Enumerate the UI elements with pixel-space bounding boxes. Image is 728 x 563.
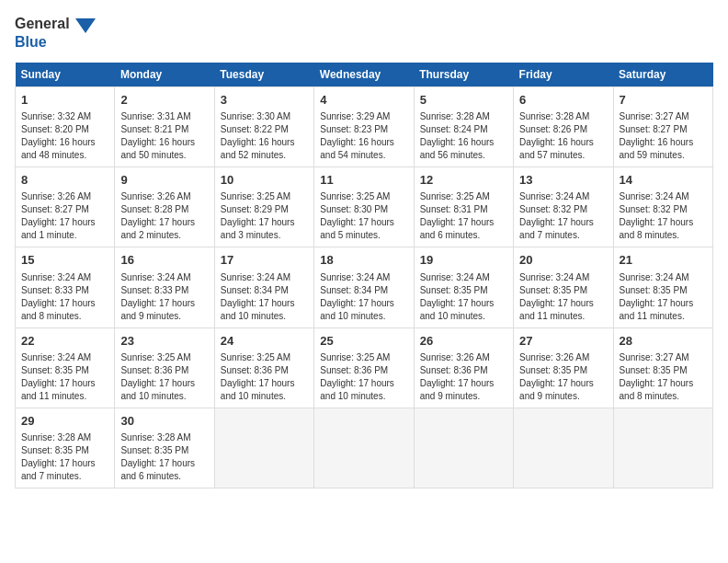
calendar-cell: 25Sunrise: 3:25 AMSunset: 8:36 PMDayligh… [314,327,414,408]
day-info: Sunrise: 3:24 AMSunset: 8:35 PMDaylight:… [21,351,108,403]
day-number: 9 [120,172,208,189]
weekday-header-wednesday: Wednesday [314,63,414,87]
day-number: 13 [519,172,607,189]
calendar-week-row: 29Sunrise: 3:28 AMSunset: 8:35 PMDayligh… [16,408,713,488]
day-number: 1 [21,92,108,109]
day-info: Sunrise: 3:26 AMSunset: 8:28 PMDaylight:… [120,190,208,242]
day-number: 2 [120,92,208,109]
calendar-cell: 3Sunrise: 3:30 AMSunset: 8:22 PMDaylight… [214,87,313,167]
day-info: Sunrise: 3:24 AMSunset: 8:34 PMDaylight:… [320,271,407,323]
day-number: 18 [320,252,407,269]
weekday-header-monday: Monday [115,63,214,87]
calendar-cell: 21Sunrise: 3:24 AMSunset: 8:35 PMDayligh… [613,247,712,327]
day-info: Sunrise: 3:24 AMSunset: 8:35 PMDaylight:… [519,271,607,323]
calendar-cell: 11Sunrise: 3:25 AMSunset: 8:30 PMDayligh… [314,167,414,247]
day-info: Sunrise: 3:24 AMSunset: 8:32 PMDaylight:… [519,190,607,242]
day-info: Sunrise: 3:24 AMSunset: 8:32 PMDaylight:… [620,190,707,242]
calendar-cell: 5Sunrise: 3:28 AMSunset: 8:24 PMDaylight… [414,87,513,167]
day-info: Sunrise: 3:25 AMSunset: 8:29 PMDaylight:… [221,190,308,242]
day-info: Sunrise: 3:27 AMSunset: 8:35 PMDaylight:… [620,351,707,403]
day-number: 26 [420,333,507,350]
calendar-cell: 14Sunrise: 3:24 AMSunset: 8:32 PMDayligh… [613,167,712,247]
calendar-cell: 1Sunrise: 3:32 AMSunset: 8:20 PMDaylight… [16,87,115,167]
day-number: 28 [620,333,707,350]
day-info: Sunrise: 3:25 AMSunset: 8:36 PMDaylight:… [320,351,407,403]
day-info: Sunrise: 3:28 AMSunset: 8:24 PMDaylight:… [420,110,507,162]
calendar-cell: 13Sunrise: 3:24 AMSunset: 8:32 PMDayligh… [514,167,613,247]
day-number: 3 [221,92,308,109]
calendar-cell: 7Sunrise: 3:27 AMSunset: 8:27 PMDaylight… [613,87,712,167]
day-number: 17 [221,252,308,269]
day-info: Sunrise: 3:26 AMSunset: 8:35 PMDaylight:… [519,351,607,403]
logo: General Blue [15,15,96,52]
calendar-cell: 18Sunrise: 3:24 AMSunset: 8:34 PMDayligh… [314,247,414,327]
day-info: Sunrise: 3:31 AMSunset: 8:21 PMDaylight:… [120,110,208,162]
day-info: Sunrise: 3:26 AMSunset: 8:36 PMDaylight:… [420,351,507,403]
day-number: 23 [120,333,208,350]
calendar-cell: 23Sunrise: 3:25 AMSunset: 8:36 PMDayligh… [115,327,214,408]
calendar-cell: 24Sunrise: 3:25 AMSunset: 8:36 PMDayligh… [214,327,313,408]
day-number: 21 [620,252,707,269]
weekday-header-friday: Friday [514,63,613,87]
weekday-header-thursday: Thursday [414,63,513,87]
day-info: Sunrise: 3:25 AMSunset: 8:31 PMDaylight:… [420,190,507,242]
calendar-cell [414,408,513,488]
calendar-cell [514,408,613,488]
day-number: 10 [221,172,308,189]
calendar-cell: 6Sunrise: 3:28 AMSunset: 8:26 PMDaylight… [514,87,613,167]
day-info: Sunrise: 3:28 AMSunset: 8:35 PMDaylight:… [21,431,108,483]
day-number: 27 [519,333,607,350]
day-info: Sunrise: 3:26 AMSunset: 8:27 PMDaylight:… [21,190,108,242]
calendar-cell: 20Sunrise: 3:24 AMSunset: 8:35 PMDayligh… [514,247,613,327]
calendar-cell [613,408,712,488]
calendar-cell: 12Sunrise: 3:25 AMSunset: 8:31 PMDayligh… [414,167,513,247]
day-info: Sunrise: 3:24 AMSunset: 8:35 PMDaylight:… [420,271,507,323]
weekday-header-sunday: Sunday [16,63,115,87]
calendar-cell: 17Sunrise: 3:24 AMSunset: 8:34 PMDayligh… [214,247,313,327]
day-number: 15 [21,252,108,269]
day-info: Sunrise: 3:30 AMSunset: 8:22 PMDaylight:… [221,110,308,162]
day-number: 12 [420,172,507,189]
weekday-header-saturday: Saturday [613,63,712,87]
calendar-cell [314,408,414,488]
logo-general-text: General [15,15,70,33]
calendar-cell: 15Sunrise: 3:24 AMSunset: 8:33 PMDayligh… [16,247,115,327]
day-info: Sunrise: 3:24 AMSunset: 8:34 PMDaylight:… [221,271,308,323]
day-number: 16 [120,252,208,269]
logo-blue-text: Blue [15,33,70,52]
day-number: 19 [420,252,507,269]
weekday-header-tuesday: Tuesday [214,63,313,87]
calendar-cell: 27Sunrise: 3:26 AMSunset: 8:35 PMDayligh… [514,327,613,408]
day-number: 25 [320,333,407,350]
calendar-cell: 26Sunrise: 3:26 AMSunset: 8:36 PMDayligh… [414,327,513,408]
day-info: Sunrise: 3:27 AMSunset: 8:27 PMDaylight:… [620,110,707,162]
page-header: General Blue [15,15,713,52]
calendar-cell: 28Sunrise: 3:27 AMSunset: 8:35 PMDayligh… [613,327,712,408]
calendar-week-row: 1Sunrise: 3:32 AMSunset: 8:20 PMDaylight… [16,87,713,167]
logo-flag-icon [75,18,96,48]
day-number: 14 [620,172,707,189]
calendar-table: SundayMondayTuesdayWednesdayThursdayFrid… [15,63,713,488]
calendar-cell: 19Sunrise: 3:24 AMSunset: 8:35 PMDayligh… [414,247,513,327]
day-info: Sunrise: 3:28 AMSunset: 8:26 PMDaylight:… [519,110,607,162]
day-number: 30 [120,413,208,430]
day-number: 22 [21,333,108,350]
calendar-cell: 29Sunrise: 3:28 AMSunset: 8:35 PMDayligh… [16,408,115,488]
calendar-cell: 8Sunrise: 3:26 AMSunset: 8:27 PMDaylight… [16,167,115,247]
day-number: 8 [21,172,108,189]
calendar-cell: 9Sunrise: 3:26 AMSunset: 8:28 PMDaylight… [115,167,214,247]
calendar-week-row: 22Sunrise: 3:24 AMSunset: 8:35 PMDayligh… [16,327,713,408]
calendar-week-row: 8Sunrise: 3:26 AMSunset: 8:27 PMDaylight… [16,167,713,247]
day-number: 29 [21,413,108,430]
calendar-cell: 30Sunrise: 3:28 AMSunset: 8:35 PMDayligh… [115,408,214,488]
day-number: 7 [620,92,707,109]
day-info: Sunrise: 3:25 AMSunset: 8:30 PMDaylight:… [320,190,407,242]
calendar-cell: 4Sunrise: 3:29 AMSunset: 8:23 PMDaylight… [314,87,414,167]
day-info: Sunrise: 3:25 AMSunset: 8:36 PMDaylight:… [120,351,208,403]
calendar-cell: 10Sunrise: 3:25 AMSunset: 8:29 PMDayligh… [214,167,313,247]
logo-text-block: General Blue [15,15,70,52]
day-info: Sunrise: 3:28 AMSunset: 8:35 PMDaylight:… [120,431,208,483]
day-number: 4 [320,92,407,109]
day-number: 11 [320,172,407,189]
calendar-cell: 2Sunrise: 3:31 AMSunset: 8:21 PMDaylight… [115,87,214,167]
